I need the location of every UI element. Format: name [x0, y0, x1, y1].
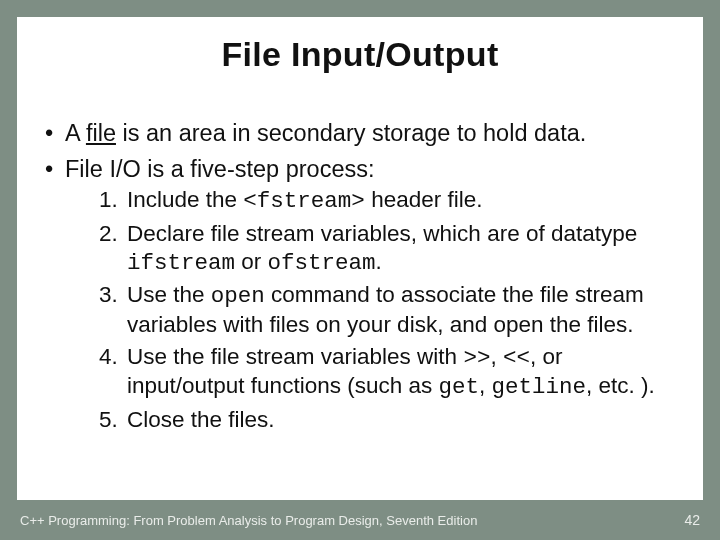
bullet-item: File I/O is a five-step process: Include… — [39, 154, 681, 434]
list-item: Include the <fstream> header file. — [99, 186, 681, 215]
code-text: getline — [491, 374, 586, 400]
code-text: open — [211, 283, 265, 309]
text: , — [479, 373, 492, 398]
bullet-list: A file is an area in secondary storage t… — [39, 118, 681, 434]
code-text: >> — [463, 345, 490, 371]
code-text: ofstream — [268, 250, 376, 276]
text: File I/O is a five-step process: — [65, 156, 375, 182]
footer-text: C++ Programming: From Problem Analysis t… — [20, 513, 477, 528]
text: Close the files. — [127, 407, 275, 432]
code-text: get — [438, 374, 479, 400]
text: Declare file stream variables, which are… — [127, 221, 637, 246]
slide: File Input/Output A file is an area in s… — [0, 0, 720, 540]
text: . — [376, 249, 382, 274]
bullet-item: A file is an area in secondary storage t… — [39, 118, 681, 148]
text: header file. — [365, 187, 483, 212]
text: is an area in secondary storage to hold … — [116, 120, 586, 146]
list-item: Use the open command to associate the fi… — [99, 281, 681, 339]
slide-content: File Input/Output A file is an area in s… — [17, 17, 703, 500]
text: or — [235, 249, 268, 274]
list-item: Use the file stream variables with >>, <… — [99, 343, 681, 402]
list-item: Declare file stream variables, which are… — [99, 220, 681, 278]
slide-footer: C++ Programming: From Problem Analysis t… — [0, 500, 720, 540]
slide-body: A file is an area in secondary storage t… — [17, 118, 703, 434]
text: , etc. ). — [586, 373, 655, 398]
text: Use the — [127, 282, 211, 307]
text: A — [65, 120, 86, 146]
text: , — [490, 344, 503, 369]
code-text: <fstream> — [243, 188, 365, 214]
list-item: Close the files. — [99, 406, 681, 434]
slide-title: File Input/Output — [17, 17, 703, 118]
underlined-text: file — [86, 120, 116, 146]
text: Include the — [127, 187, 243, 212]
page-number: 42 — [684, 512, 700, 528]
code-text: ifstream — [127, 250, 235, 276]
numbered-list: Include the <fstream> header file. Decla… — [65, 186, 681, 434]
text: Use the file stream variables with — [127, 344, 463, 369]
code-text: << — [503, 345, 530, 371]
